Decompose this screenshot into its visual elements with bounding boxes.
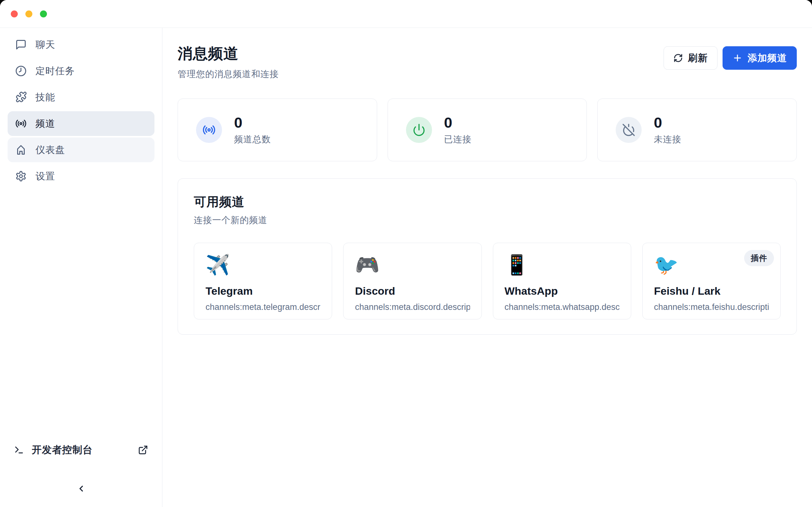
developer-console-link[interactable]: 开发者控制台 xyxy=(0,440,162,460)
chat-bubble-icon xyxy=(15,39,27,50)
stat-card-total-channels: 0 频道总数 xyxy=(177,99,377,161)
channel-description: channels:meta.discord.descriptio xyxy=(355,302,470,312)
section-title: 可用频道 xyxy=(194,193,780,210)
chevron-left-icon xyxy=(77,484,86,493)
stat-label: 未连接 xyxy=(654,133,681,146)
refresh-button[interactable]: 刷新 xyxy=(664,46,717,70)
sidebar: 聊天 定时任务 技能 频道 仪表盘 xyxy=(0,28,162,507)
traffic-lights xyxy=(11,10,47,17)
plus-icon xyxy=(732,53,743,63)
broadcast-icon xyxy=(15,118,27,129)
sidebar-item-chat[interactable]: 聊天 xyxy=(8,32,154,57)
channel-description: channels:meta.whatsapp.descrip xyxy=(505,302,619,312)
sidebar-collapse-button[interactable] xyxy=(72,480,90,498)
stats-row: 0 频道总数 0 已连接 xyxy=(177,99,797,161)
sidebar-item-label: 定时任务 xyxy=(36,65,75,78)
airplane-emoji-icon: ✈️ xyxy=(206,253,320,277)
available-channels-section: 可用频道 连接一个新的频道 ✈️ Telegram channels:meta.… xyxy=(177,178,797,335)
titlebar xyxy=(0,0,812,28)
page-title: 消息频道 xyxy=(177,44,279,64)
power-off-icon xyxy=(616,117,642,143)
sidebar-nav: 聊天 定时任务 技能 频道 仪表盘 xyxy=(0,32,162,188)
external-link-icon xyxy=(138,445,148,455)
sidebar-item-label: 设置 xyxy=(36,170,55,183)
terminal-icon xyxy=(14,445,24,455)
page-subtitle: 管理您的消息频道和连接 xyxy=(177,68,279,80)
sidebar-item-skills[interactable]: 技能 xyxy=(8,85,154,110)
stat-value: 0 xyxy=(444,114,472,131)
refresh-icon xyxy=(673,53,683,63)
sidebar-item-label: 聊天 xyxy=(36,38,55,51)
channel-card-discord[interactable]: 🎮 Discord channels:meta.discord.descript… xyxy=(343,243,481,320)
sidebar-item-channels[interactable]: 频道 xyxy=(8,111,154,136)
close-button[interactable] xyxy=(11,10,18,17)
add-channel-button-label: 添加频道 xyxy=(748,52,787,65)
stat-label: 频道总数 xyxy=(234,133,271,146)
sidebar-footer: 开发者控制台 xyxy=(0,440,162,507)
stat-card-connected: 0 已连接 xyxy=(388,99,587,161)
clock-icon xyxy=(15,65,27,77)
page-header: 消息频道 管理您的消息频道和连接 刷新 添加频道 xyxy=(177,44,797,80)
channel-description: channels:meta.feishu.description xyxy=(654,302,769,312)
channel-description: channels:meta.telegram.descript xyxy=(206,302,320,312)
stat-value: 0 xyxy=(234,114,271,131)
developer-console-label: 开发者控制台 xyxy=(32,443,131,457)
channel-name: WhatsApp xyxy=(505,285,619,297)
channel-card-whatsapp[interactable]: 📱 WhatsApp channels:meta.whatsapp.descri… xyxy=(493,243,631,320)
sidebar-item-label: 技能 xyxy=(36,91,55,104)
broadcast-icon xyxy=(196,117,222,143)
sidebar-item-label: 频道 xyxy=(36,117,55,130)
channel-card-feishu[interactable]: 插件 🐦 Feishu / Lark channels:meta.feishu.… xyxy=(642,243,780,320)
sidebar-item-settings[interactable]: 设置 xyxy=(8,164,154,188)
gamepad-emoji-icon: 🎮 xyxy=(355,253,470,277)
stat-label: 已连接 xyxy=(444,133,472,146)
sidebar-item-scheduled-tasks[interactable]: 定时任务 xyxy=(8,59,154,83)
plugin-badge: 插件 xyxy=(744,250,774,266)
gear-icon xyxy=(15,170,27,182)
power-icon xyxy=(406,117,432,143)
channel-name: Discord xyxy=(355,285,470,297)
home-icon xyxy=(15,144,27,156)
stat-card-disconnected: 0 未连接 xyxy=(597,99,797,161)
add-channel-button[interactable]: 添加频道 xyxy=(722,46,797,70)
app-window: 聊天 定时任务 技能 频道 仪表盘 xyxy=(0,0,812,507)
main-content: 消息频道 管理您的消息频道和连接 刷新 添加频道 xyxy=(162,28,812,507)
channel-card-telegram[interactable]: ✈️ Telegram channels:meta.telegram.descr… xyxy=(194,243,332,320)
refresh-button-label: 刷新 xyxy=(688,52,708,65)
stat-value: 0 xyxy=(654,114,681,131)
sidebar-item-label: 仪表盘 xyxy=(36,144,65,157)
channel-name: Telegram xyxy=(206,285,320,297)
channel-grid: ✈️ Telegram channels:meta.telegram.descr… xyxy=(194,243,780,320)
minimize-button[interactable] xyxy=(26,10,32,17)
section-subtitle: 连接一个新的频道 xyxy=(194,214,780,226)
zoom-button[interactable] xyxy=(40,10,47,17)
puzzle-icon xyxy=(15,92,27,103)
mobile-phone-emoji-icon: 📱 xyxy=(505,253,619,277)
channel-name: Feishu / Lark xyxy=(654,285,769,297)
sidebar-item-dashboard[interactable]: 仪表盘 xyxy=(8,137,154,162)
